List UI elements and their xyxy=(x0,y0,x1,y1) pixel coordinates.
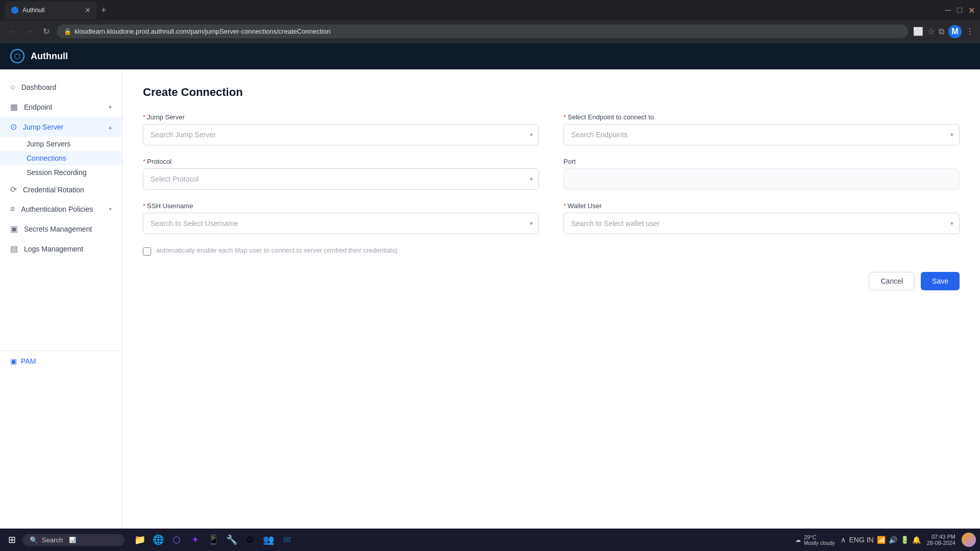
taskbar-search[interactable]: 🔍 Search 📊 xyxy=(22,534,125,546)
endpoint-icon: ▦ xyxy=(10,102,18,112)
sidebar-item-endpoint[interactable]: ▦ Endpoint ▾ xyxy=(0,97,122,117)
tab-label: Authnull xyxy=(22,7,44,14)
ldap-checkbox[interactable] xyxy=(143,247,151,256)
ssh-username-label: * SSH Username xyxy=(143,202,539,210)
pam-section: ▣ PAM xyxy=(0,350,122,371)
sidebar-label-endpoint: Endpoint xyxy=(24,103,52,111)
start-button[interactable]: ⊞ xyxy=(4,532,19,547)
sidebar-item-jump-server[interactable]: ⊙ Jump Server ▴ xyxy=(0,117,122,137)
port-label: Port xyxy=(564,158,960,165)
top-nav: ⬡ Authnull xyxy=(0,43,980,69)
notification-icon[interactable]: 🔔 xyxy=(912,536,921,544)
taskbar-app-whatsapp[interactable]: 📱 xyxy=(205,532,222,548)
window-controls: ─ □ ✕ xyxy=(945,6,975,15)
create-connection-form: * Jump Server Search Jump Server ▾ * Sel xyxy=(143,113,960,234)
endpoint-field-group: * Select Endpoint to connect to Search E… xyxy=(564,113,960,145)
vs-icon: ✦ xyxy=(191,534,199,545)
taskbar-app-dev[interactable]: 🔧 xyxy=(224,532,240,548)
wallet-user-select[interactable]: Search to Select wallet user xyxy=(564,213,960,234)
endpoint-required: * xyxy=(564,113,566,121)
sidebar-item-credential-rotation[interactable]: ⟳ Credential Rotation xyxy=(0,180,122,199)
folder-icon: 📁 xyxy=(134,534,145,545)
terminal-icon: ⬡ xyxy=(173,534,181,545)
taskbar-app-teams[interactable]: 👥 xyxy=(260,532,277,548)
new-tab-button[interactable]: + xyxy=(99,3,109,18)
sidebar-item-auth-policies[interactable]: ≡ Authentication Policies ▾ xyxy=(0,199,122,219)
extensions-icon[interactable]: ⧉ xyxy=(939,27,944,36)
whatsapp-icon: 📱 xyxy=(208,534,219,545)
taskbar-app-chrome[interactable]: ⚙ xyxy=(242,532,258,548)
menu-icon[interactable]: ⋮ xyxy=(966,27,974,36)
wallet-required: * xyxy=(564,202,566,210)
maximize-button[interactable]: □ xyxy=(957,6,962,15)
taskbar-app-outlook[interactable]: ✉ xyxy=(279,532,295,548)
refresh-button[interactable]: ↻ xyxy=(41,24,52,38)
protocol-select[interactable]: Select Protocol xyxy=(143,168,539,190)
sidebar-subitem-connections[interactable]: Connections xyxy=(0,151,122,165)
logo-icon: ⬡ xyxy=(10,49,24,63)
wallet-user-label: * Wallet User xyxy=(564,202,960,210)
cast-icon[interactable]: ⬜ xyxy=(913,27,923,36)
port-input[interactable] xyxy=(564,168,960,190)
user-avatar[interactable]: M xyxy=(948,25,962,38)
language-indicator: ENG IN xyxy=(849,536,873,544)
browser-tabs: Authnull ✕ + xyxy=(5,2,941,19)
sidebar-label-secrets: Secrets Management xyxy=(24,225,92,233)
ssh-username-select[interactable]: Search to Select Username xyxy=(143,213,539,234)
ldap-checkbox-row: automatically enable each ldap user to c… xyxy=(143,246,960,256)
endpoint-select[interactable]: Search Endpoints xyxy=(564,124,960,145)
page-title: Create Connection xyxy=(143,86,960,99)
time-display: 07:43 PM xyxy=(927,534,955,540)
ldap-checkbox-label: automatically enable each ldap user to c… xyxy=(156,246,398,254)
pam-label[interactable]: ▣ PAM xyxy=(10,357,112,365)
logo-text: Authnull xyxy=(31,51,68,62)
sidebar-item-dashboard[interactable]: ○ Dashboard xyxy=(0,78,122,97)
forward-button[interactable]: → xyxy=(23,25,36,38)
browser-tab-active[interactable]: Authnull ✕ xyxy=(5,2,97,19)
sidebar-item-logs-management[interactable]: ▤ Logs Management xyxy=(0,239,122,259)
address-bar[interactable]: 🔒 kloudlearn.kloudone.prod.authnull.com/… xyxy=(57,24,908,38)
protocol-label: * Protocol xyxy=(143,158,539,165)
sidebar: ○ Dashboard ▦ Endpoint ▾ ⊙ Jump Server ▴… xyxy=(0,69,122,551)
sidebar-subitem-jump-servers[interactable]: Jump Servers xyxy=(0,137,122,151)
wallet-user-field-group: * Wallet User Search to Select wallet us… xyxy=(564,202,960,234)
credential-rotation-icon: ⟳ xyxy=(10,185,17,194)
tab-close-btn[interactable]: ✕ xyxy=(85,6,91,14)
save-button[interactable]: Save xyxy=(921,272,960,290)
taskbar-app-vs[interactable]: ✦ xyxy=(187,532,203,548)
weather-info: 29°C Mostly cloudy xyxy=(804,534,835,546)
sidebar-item-secrets-management[interactable]: ▣ Secrets Management xyxy=(0,219,122,239)
back-button[interactable]: ← xyxy=(6,25,18,38)
wallet-user-select-wrapper: Search to Select wallet user ▾ xyxy=(564,213,960,234)
teams-icon: 👥 xyxy=(263,534,274,545)
cancel-button[interactable]: Cancel xyxy=(869,272,915,290)
bookmark-icon[interactable]: ☆ xyxy=(927,27,935,36)
endpoint-select-wrapper: Search Endpoints ▾ xyxy=(564,124,960,145)
jump-server-field-group: * Jump Server Search Jump Server ▾ xyxy=(143,113,539,145)
url-text: kloudlearn.kloudone.prod.authnull.com/pa… xyxy=(75,28,901,35)
browser-icon: 🌐 xyxy=(153,534,164,545)
sidebar-subitem-session-recording[interactable]: Session Recording xyxy=(0,165,122,180)
taskbar-app-terminal[interactable]: ⬡ xyxy=(168,532,185,548)
weather-widget: ☁ 29°C Mostly cloudy xyxy=(795,534,835,546)
sidebar-label-logs: Logs Management xyxy=(24,245,83,253)
taskbar-app-edge[interactable]: 🌐 xyxy=(150,532,166,548)
ssh-username-select-wrapper: Search to Select Username ▾ xyxy=(143,213,539,234)
minimize-button[interactable]: ─ xyxy=(945,6,951,15)
sidebar-label-auth-policies: Authentication Policies xyxy=(21,205,93,213)
address-bar-row: ← → ↻ 🔒 kloudlearn.kloudone.prod.authnul… xyxy=(0,20,980,43)
taskbar-app-explorer[interactable]: 📁 xyxy=(132,532,148,548)
jump-server-select[interactable]: Search Jump Server xyxy=(143,124,539,145)
close-button[interactable]: ✕ xyxy=(968,6,975,15)
endpoint-label: * Select Endpoint to connect to xyxy=(564,113,960,121)
arrow-up-icon[interactable]: ∧ xyxy=(841,536,846,544)
outlook-icon: ✉ xyxy=(283,534,291,545)
ssh-required: * xyxy=(143,202,145,210)
pam-icon: ▣ xyxy=(10,357,17,365)
auth-policies-icon: ≡ xyxy=(10,205,15,214)
dashboard-icon: ○ xyxy=(10,83,15,92)
sidebar-label-jump-server: Jump Server xyxy=(23,123,63,131)
tab-favicon xyxy=(11,7,18,14)
protocol-required: * xyxy=(143,158,145,165)
jump-server-icon: ⊙ xyxy=(10,122,17,132)
